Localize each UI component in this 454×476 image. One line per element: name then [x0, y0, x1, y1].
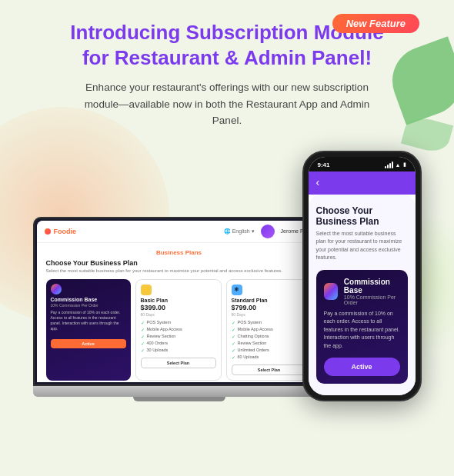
phone-inner: 9:41 ▲ ▮ ‹ — [309, 157, 416, 395]
back-button[interactable]: ‹ — [316, 176, 320, 188]
laptop-screen-inner: Foodie 🌐 English ▾ Jerome Fox ▾ Business… — [37, 221, 322, 382]
standard-feature-2: ✓ Mobile App Access — [232, 327, 307, 332]
lang-selector[interactable]: 🌐 English ▾ — [224, 228, 255, 235]
standard-feature-1: ✓ POS System — [232, 320, 307, 325]
basic-select-button[interactable]: Select Plan — [141, 358, 216, 368]
commission-active-button[interactable]: Active — [51, 339, 126, 348]
basic-plan-card: ⚡ Basic Plan $399.00 90 Days ✓ POS Syste… — [135, 279, 222, 381]
laptop-device: Foodie 🌐 English ▾ Jerome Fox ▾ Business… — [33, 217, 325, 401]
header-section: New Feature Introducing Subscription Mod… — [0, 0, 454, 151]
laptop-logo: Foodie — [45, 228, 77, 235]
laptop-content: Business Plans Choose Your Business Plan… — [37, 243, 322, 382]
phone-choose-title: Choose Your Business Plan — [316, 205, 408, 227]
phone-active-button[interactable]: Active — [324, 358, 400, 376]
phone-plan-desc: Pay a commission of 10% on each order. A… — [324, 310, 400, 351]
basic-plan-price: $399.00 — [141, 304, 216, 311]
basic-plan-name: Basic Plan — [141, 298, 216, 303]
new-feature-badge: New Feature — [332, 14, 419, 33]
logo-text: Foodie — [54, 228, 77, 235]
phone-device: 9:41 ▲ ▮ ‹ — [302, 151, 422, 401]
laptop-choose-sub: Select the most suitable business plan f… — [46, 268, 312, 273]
standard-plan-days: 90 Days — [232, 312, 307, 317]
commission-base-card: Commission Base 10% Commission Per Order… — [46, 279, 131, 381]
wifi-icon: ▲ — [396, 162, 401, 168]
phone-plan-header: Commission Base 10% Commission Per Order — [324, 278, 400, 305]
basic-plan-days: 90 Days — [141, 312, 216, 317]
signal-icon — [385, 161, 393, 168]
basic-plan-icon: ⚡ — [141, 285, 152, 295]
phone-status-bar: 9:41 ▲ ▮ — [309, 157, 416, 171]
standard-plan-icon: ❄ — [232, 285, 242, 295]
phone-plan-icon — [324, 283, 338, 300]
standard-feature-3: ✓ Chatting Options — [232, 334, 307, 339]
standard-plan-name: Standard Plan — [232, 298, 307, 303]
basic-feature-5: ✓ 30 Uploads — [141, 348, 216, 353]
phone-plan-commission: 10% Commission Per Order — [344, 295, 400, 305]
standard-plan-card: ❄ Standard Plan $799.00 90 Days ✓ POS Sy… — [226, 279, 312, 381]
devices-section: Foodie 🌐 English ▾ Jerome Fox ▾ Business… — [0, 151, 454, 401]
commission-icon — [51, 284, 62, 295]
laptop-base — [33, 386, 325, 397]
laptop-choose-title: Choose Your Business Plan — [46, 259, 312, 267]
standard-feature-6: ✓ 60 Uploads — [232, 355, 307, 360]
battery-icon: ▮ — [403, 161, 406, 168]
standard-feature-4: ✓ Review Section — [232, 341, 307, 346]
user-avatar — [261, 225, 275, 238]
business-plans-label: Business Plans — [46, 249, 312, 256]
phone-choose-sub: Select the most suitable business plan f… — [316, 230, 408, 262]
laptop-foot — [133, 397, 225, 401]
logo-dot — [45, 228, 51, 235]
laptop-nav-right: 🌐 English ▾ Jerome Fox ▾ — [224, 225, 314, 238]
phone-basic-section: ⚡ Basic Plan — [316, 391, 408, 395]
standard-select-button[interactable]: Select Plan — [232, 364, 307, 375]
basic-feature-4: ✓ 400 Orders — [141, 341, 216, 346]
commission-plan-name: Commission Base — [51, 297, 126, 302]
standard-plan-price: $799.00 — [232, 304, 307, 311]
plans-row: Commission Base 10% Commission Per Order… — [46, 279, 312, 381]
basic-feature-3: ✓ Review Section — [141, 334, 216, 339]
laptop-screen: Foodie 🌐 English ▾ Jerome Fox ▾ Business… — [33, 217, 325, 386]
basic-feature-2: ✓ Mobile App Access — [141, 327, 216, 332]
phone-body: Choose Your Business Plan Select the mos… — [309, 195, 416, 395]
laptop-topbar: Foodie 🌐 English ▾ Jerome Fox ▾ — [37, 221, 322, 243]
phone-commission-card: Commission Base 10% Commission Per Order… — [316, 270, 408, 384]
phone-outer: 9:41 ▲ ▮ ‹ — [302, 151, 422, 401]
standard-feature-5: ✓ Unlimited Orders — [232, 348, 307, 353]
commission-rate: 10% Commission Per Order — [51, 303, 126, 308]
subtitle-text: Enhance your restaurant's offerings with… — [81, 79, 373, 129]
phone-time: 9:41 — [318, 161, 330, 168]
phone-topbar: ‹ — [309, 171, 416, 195]
commission-desc: Pay a commission of 10% on each order. A… — [51, 310, 126, 331]
phone-status-icons: ▲ ▮ — [385, 161, 406, 168]
basic-feature-1: ✓ POS System — [141, 320, 216, 325]
phone-plan-name: Commission Base — [344, 278, 400, 295]
